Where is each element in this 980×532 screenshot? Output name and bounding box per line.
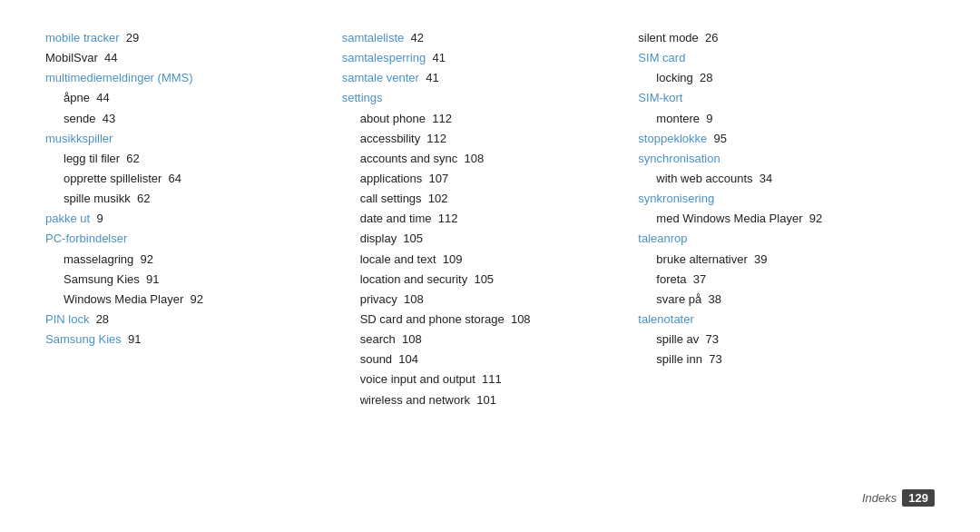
entry-number: 9 — [90, 212, 103, 225]
entry-label: privacy — [360, 292, 397, 306]
entry-label: wireless and network — [360, 393, 470, 407]
entry-number: 108 — [457, 152, 484, 165]
index-entry: locking 28 — [638, 69, 916, 87]
entry-number: 108 — [396, 332, 422, 346]
entry-label: spille av — [656, 332, 699, 346]
entry-label: musikkspiller — [45, 132, 113, 145]
entry-number: 105 — [397, 232, 423, 245]
entry-label: multimediemeldinger (MMS) — [45, 71, 193, 84]
entry-number: 112 — [431, 212, 457, 225]
index-entry: SD card and phone storage 108 — [342, 310, 621, 329]
index-entry: call settings 102 — [342, 190, 621, 208]
index-entry: masselagring 92 — [45, 251, 324, 269]
index-entry: Samsung Kies 91 — [45, 271, 324, 289]
footer: Indeks 129 — [45, 489, 935, 507]
index-entry: med Windows Media Player 92 — [638, 210, 916, 228]
entry-label: svare på — [656, 292, 701, 306]
entry-label: locking — [656, 71, 692, 84]
entry-label: SIM card — [638, 51, 685, 64]
index-entry: synchronisation — [638, 150, 916, 168]
column-1: mobile tracker 29MobilSvar 44multimediem… — [45, 29, 342, 482]
index-entry: settings — [342, 89, 621, 107]
entry-number: 44 — [98, 51, 118, 64]
entry-label: display — [360, 232, 397, 245]
index-columns: mobile tracker 29MobilSvar 44multimediem… — [45, 29, 935, 482]
index-entry: SIM-kort — [638, 89, 916, 107]
index-entry: musikkspiller — [45, 130, 324, 148]
index-entry: about phone 112 — [342, 110, 621, 128]
entry-number: 39 — [748, 252, 768, 266]
index-entry: locale and text 109 — [342, 251, 621, 269]
entry-label: Windows Media Player — [64, 292, 183, 306]
entry-label: synchronisation — [638, 152, 720, 165]
entry-number: 104 — [392, 352, 418, 366]
entry-number: 28 — [693, 71, 713, 84]
entry-label: taleanrop — [638, 232, 687, 245]
index-entry: sende 43 — [45, 110, 324, 128]
entry-number: 44 — [90, 91, 110, 104]
footer-page: 129 — [902, 489, 935, 507]
index-entry: foreta 37 — [638, 271, 916, 289]
entry-label: samtalesperring — [342, 51, 426, 64]
column-2: samtaleliste 42samtalesperring 41samtale… — [342, 29, 639, 482]
index-entry: SIM card — [638, 49, 916, 67]
index-entry: synkronisering — [638, 190, 916, 208]
entry-number: 111 — [475, 372, 502, 386]
index-entry: montere 9 — [638, 110, 916, 128]
entry-label: legg til filer — [64, 152, 120, 165]
index-entry: display 105 — [342, 230, 621, 248]
entry-label: foreta — [656, 272, 686, 286]
entry-label: spille inn — [656, 352, 702, 366]
entry-number: 9 — [700, 112, 712, 125]
index-entry: applications 107 — [342, 170, 621, 188]
entry-label: call settings — [360, 192, 422, 205]
index-entry: samtale venter 41 — [342, 69, 621, 87]
entry-label: date and time — [360, 212, 432, 225]
entry-number: 62 — [120, 152, 140, 165]
index-entry: svare på 38 — [638, 291, 916, 309]
index-entry: multimediemeldinger (MMS) — [45, 69, 324, 87]
entry-label: locale and text — [360, 252, 436, 266]
entry-number: 41 — [426, 51, 446, 64]
index-entry: search 108 — [342, 330, 621, 349]
entry-number: 73 — [702, 352, 722, 366]
entry-number: 109 — [436, 252, 463, 266]
entry-label: montere — [656, 112, 700, 125]
entry-number: 34 — [753, 172, 773, 185]
index-entry: accessbility 112 — [342, 130, 621, 148]
entry-label: Samsung Kies — [64, 272, 140, 286]
entry-label: SD card and phone storage — [360, 312, 505, 326]
entry-label: synkronisering — [638, 192, 714, 205]
entry-label: Samsung Kies — [45, 332, 122, 346]
index-entry: bruke alternativer 39 — [638, 251, 916, 269]
entry-label: silent mode — [638, 31, 698, 44]
entry-number: 95 — [707, 132, 727, 145]
entry-label: PIN lock — [45, 312, 89, 326]
entry-label: location and security — [360, 272, 468, 286]
index-entry: PIN lock 28 — [45, 310, 324, 329]
entry-label: search — [360, 332, 396, 346]
entry-number: 107 — [422, 172, 448, 185]
entry-label: spille musikk — [64, 192, 131, 205]
entry-label: opprette spillelister — [64, 172, 162, 185]
index-entry: privacy 108 — [342, 291, 621, 309]
index-entry: opprette spillelister 64 — [45, 170, 324, 188]
index-entry: silent mode 26 — [638, 29, 916, 47]
entry-label: accessbility — [360, 132, 420, 145]
column-3: silent mode 26SIM cardlocking 28SIM-kort… — [638, 29, 935, 482]
index-entry: taleanrop — [638, 230, 916, 248]
entry-label: PC-forbindelser — [45, 232, 127, 245]
index-entry: samtaleliste 42 — [342, 29, 621, 47]
index-entry: mobile tracker 29 — [45, 29, 324, 47]
entry-number: 92 — [133, 252, 153, 266]
index-entry: spille musikk 62 — [45, 190, 324, 208]
entry-label: voice input and output — [360, 372, 475, 386]
entry-number: 38 — [701, 292, 721, 306]
index-entry: Samsung Kies 91 — [45, 330, 324, 349]
index-entry: MobilSvar 44 — [45, 49, 324, 67]
entry-number: 91 — [122, 332, 142, 346]
entry-number: 28 — [89, 312, 109, 326]
entry-label: åpne — [64, 91, 90, 104]
entry-number: 105 — [467, 272, 494, 286]
entry-number: 108 — [505, 312, 531, 326]
